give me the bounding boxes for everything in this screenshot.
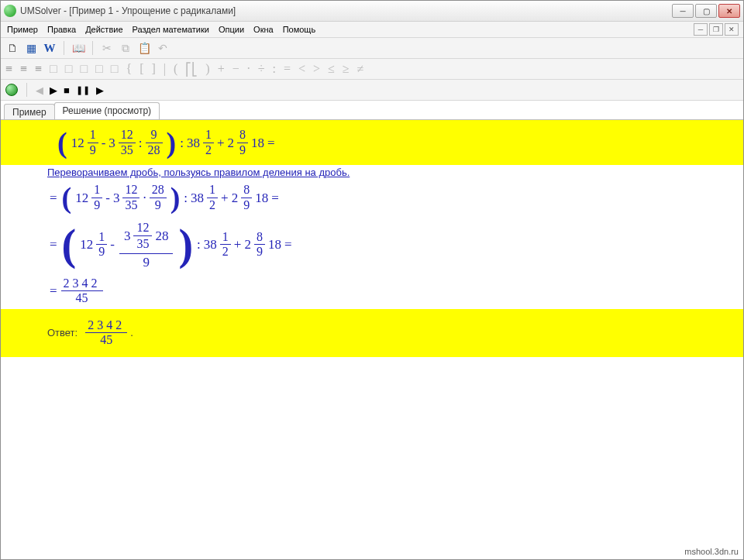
titlebar: UMSolver - [Пример 1 - Упрощение с радик…	[1, 1, 743, 22]
menu-options[interactable]: Опции	[219, 25, 244, 34]
copy-icon[interactable]: ⧉	[119, 40, 133, 56]
sym-matrix-icon[interactable]: ⎡⎣	[185, 62, 198, 77]
expression-original: ( 12 1 9 - 3 12 35 : 9 28 ) :	[1, 120, 743, 165]
tab-bar: Пример Решение (просмотр)	[1, 101, 743, 119]
answer-block: Ответ: 2342 45 .	[1, 309, 743, 357]
sym-icon[interactable]: ≡	[35, 62, 42, 76]
menu-help[interactable]: Помощь	[283, 25, 316, 34]
mdi-minimize-button[interactable]: ─	[694, 23, 708, 36]
sym-bracket-close-icon[interactable]: ]	[151, 62, 155, 76]
menu-edit[interactable]: Правка	[47, 25, 76, 34]
fraction: 9 28	[146, 128, 163, 157]
menu-action[interactable]: Действие	[85, 25, 122, 34]
fraction: 8 9	[254, 230, 265, 259]
tab-solution-view[interactable]: Решение (просмотр)	[54, 102, 160, 119]
sym-icon[interactable]: □	[65, 62, 73, 76]
toolbar-separator	[92, 41, 93, 55]
fraction: 8 9	[241, 183, 252, 212]
fraction: 12 35	[122, 183, 140, 212]
fraction: 1 2	[207, 183, 218, 212]
sym-dot-icon[interactable]: ·	[247, 62, 250, 76]
mdi-restore-button[interactable]: ❐	[709, 23, 723, 36]
stop-icon[interactable]: ■	[64, 84, 70, 96]
math-token: 38	[187, 136, 200, 149]
window-controls: ─ ▢ ✕	[672, 4, 740, 18]
close-button[interactable]: ✕	[718, 4, 740, 18]
math-token: :	[139, 136, 143, 149]
sym-ne-icon[interactable]: ≠	[357, 62, 364, 76]
expression-step: = ( 12 1 9 - 3 12 35 28 9 )	[1, 215, 743, 273]
grid-icon[interactable]: ▦	[24, 40, 38, 56]
sym-gt-icon[interactable]: >	[313, 62, 320, 76]
tab-example[interactable]: Пример	[4, 104, 55, 121]
step-note: Переворачиваем дробь, пользуясь правилом…	[1, 165, 743, 180]
prev-icon[interactable]: ◀	[36, 84, 43, 96]
rparen-icon: )	[170, 183, 181, 212]
sym-paren-close-icon[interactable]: )	[205, 62, 209, 76]
app-window: UMSolver - [Пример 1 - Упрощение с радик…	[0, 0, 744, 560]
sym-icon[interactable]: □	[95, 62, 103, 76]
app-icon	[4, 5, 16, 17]
lparen-icon: (	[57, 128, 67, 157]
new-file-icon[interactable]: 🗋	[5, 40, 19, 56]
sym-ge-icon[interactable]: ≥	[343, 62, 350, 76]
fraction: 1 9	[96, 230, 107, 259]
sym-icon[interactable]: □	[111, 62, 119, 76]
math-token: =	[50, 191, 57, 204]
math-token: -	[102, 136, 106, 149]
math-token: 3	[108, 136, 115, 149]
paste-icon[interactable]: 📋	[137, 40, 151, 56]
sym-brace-icon[interactable]: {	[126, 62, 132, 76]
copybook-icon[interactable]: 📖	[71, 40, 85, 56]
sym-plus-icon[interactable]: +	[218, 62, 225, 76]
expression-step: = ( 12 1 9 - 3 12 35 · 28 9 ) : 38 1 2	[1, 180, 743, 215]
record-icon[interactable]	[5, 84, 18, 96]
expression-result: = 2342 45	[1, 273, 743, 309]
cut-icon[interactable]: ✂	[100, 40, 114, 56]
solution-content: ( 12 1 9 - 3 12 35 : 9 28 ) :	[1, 119, 743, 559]
sym-bracket-open-icon[interactable]: [	[140, 62, 143, 76]
sym-equals-icon[interactable]: =	[284, 62, 291, 76]
sym-le-icon[interactable]: ≤	[328, 62, 335, 76]
menu-math-section[interactable]: Раздел математики	[133, 25, 209, 34]
lparen-icon: (	[62, 223, 77, 266]
fraction: 1 9	[88, 128, 98, 157]
menubar: Пример Правка Действие Раздел математики…	[1, 22, 743, 38]
sym-divide-icon[interactable]: ÷	[258, 62, 265, 76]
nested-fraction: 3 12 35 28 9	[119, 218, 174, 270]
next-icon[interactable]: ▶	[96, 84, 104, 96]
fraction: 1 2	[220, 230, 231, 259]
sym-icon[interactable]: ≡	[5, 62, 12, 76]
undo-icon[interactable]: ↶	[156, 40, 170, 56]
mdi-close-button[interactable]: ✕	[725, 23, 739, 36]
sym-icon[interactable]: □	[80, 62, 88, 76]
playback-toolbar: ◀ ▶ ■ ❚❚ ▶	[1, 80, 743, 101]
maximize-button[interactable]: ▢	[695, 4, 717, 18]
math-token: +	[217, 136, 225, 149]
sym-paren-open-icon[interactable]: (	[174, 62, 177, 76]
math-token: 12	[71, 136, 84, 149]
math-token: 18	[251, 136, 264, 149]
menu-windows[interactable]: Окна	[253, 25, 274, 34]
answer-label: Ответ:	[47, 327, 78, 338]
symbol-toolbar: ≡ ≡ ≡ □ □ □ □ □ { [ ] | ( ⎡⎣ ) + − · ÷ :…	[1, 59, 743, 80]
mdi-child-controls: ─ ❐ ✕	[694, 23, 739, 36]
fraction: 8 9	[237, 128, 248, 157]
pause-icon[interactable]: ❚❚	[76, 85, 90, 95]
w-button[interactable]: W	[43, 40, 57, 56]
sym-icon[interactable]: ≡	[20, 62, 27, 76]
watermark-text: mshool.3dn.ru	[684, 547, 739, 556]
sym-minus-icon[interactable]: −	[232, 62, 239, 76]
main-toolbar: 🗋 ▦ W 📖 ✂ ⧉ 📋 ↶	[1, 38, 743, 59]
menu-example[interactable]: Пример	[7, 25, 38, 34]
sym-pipe-icon[interactable]: |	[164, 62, 166, 76]
toolbar-separator	[26, 83, 27, 97]
minimize-button[interactable]: ─	[672, 4, 694, 18]
fraction: 1 9	[91, 183, 102, 212]
rparen-icon: )	[178, 223, 193, 266]
rparen-icon: )	[167, 128, 177, 157]
sym-icon[interactable]: □	[50, 62, 57, 76]
sym-lt-icon[interactable]: <	[298, 62, 305, 76]
sym-colon-icon[interactable]: :	[273, 62, 276, 76]
play-icon[interactable]: ▶	[50, 84, 57, 96]
